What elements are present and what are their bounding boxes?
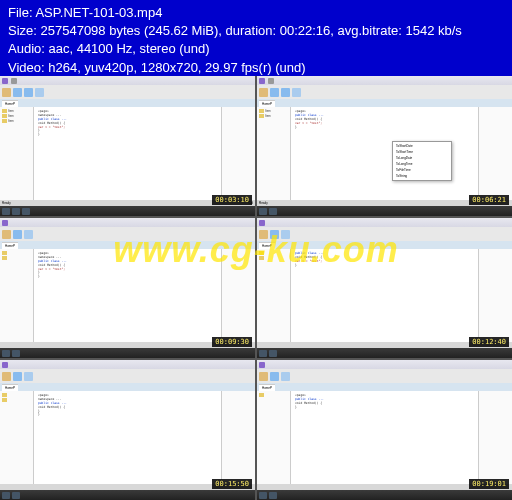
code-editor[interactable]: <page> namespace ... public class ... vo…: [34, 249, 221, 342]
windows-taskbar[interactable]: [257, 206, 512, 216]
start-button[interactable]: [2, 208, 10, 215]
editor-tabs: HomeP: [0, 241, 255, 249]
toolbar-icon[interactable]: [35, 88, 44, 97]
ide-body: Item Item <page> public class ... void M…: [257, 107, 512, 200]
start-button[interactable]: [259, 492, 267, 499]
video-thumbnail: HomeP <page> namespace ... public class …: [0, 218, 255, 358]
intellisense-menu[interactable]: ToShortDate ToShortTime ToLongDate ToLon…: [392, 141, 452, 181]
taskbar-app-icon[interactable]: [22, 208, 30, 215]
windows-taskbar[interactable]: [257, 490, 512, 500]
file-tab[interactable]: HomeP: [259, 100, 275, 107]
properties-panel[interactable]: [478, 107, 512, 200]
toolbar-icon[interactable]: [270, 88, 279, 97]
properties-panel[interactable]: [478, 391, 512, 484]
vs-logo-icon: [2, 362, 8, 368]
video-thumbnail: HomeP <page> namespace ... public class …: [0, 360, 255, 500]
solution-explorer[interactable]: [257, 249, 291, 342]
ide-titlebar: [0, 218, 255, 227]
toolbar-icon[interactable]: [2, 88, 11, 97]
toolbar-icon[interactable]: [259, 88, 268, 97]
editor-tabs: HomeP: [257, 241, 512, 249]
properties-panel[interactable]: [221, 107, 255, 200]
size-duration-line: Size: 257547098 bytes (245.62 MiB), dura…: [8, 22, 504, 40]
windows-taskbar[interactable]: [0, 206, 255, 216]
taskbar-app-icon[interactable]: [269, 208, 277, 215]
toolbar-icon[interactable]: [259, 372, 268, 381]
windows-taskbar[interactable]: [0, 348, 255, 358]
file-tab[interactable]: HomeP: [259, 242, 275, 249]
toolbar-icon[interactable]: [2, 230, 11, 239]
toolbar-icon[interactable]: [24, 372, 33, 381]
timestamp-overlay: 00:19:01: [469, 479, 509, 489]
editor-tabs: HomeP: [0, 99, 255, 107]
ide-toolbar: [257, 85, 512, 99]
taskbar-app-icon[interactable]: [12, 350, 20, 357]
properties-panel[interactable]: [221, 391, 255, 484]
ide-body: Item Item Item <page> namespace ... publ…: [0, 107, 255, 200]
toolbar-icon[interactable]: [281, 372, 290, 381]
solution-explorer[interactable]: [0, 391, 34, 484]
taskbar-app-icon[interactable]: [269, 350, 277, 357]
properties-panel[interactable]: [221, 249, 255, 342]
video-thumbnail: HomeP Item Item <page> public class ... …: [257, 76, 512, 216]
toolbar-icon[interactable]: [281, 88, 290, 97]
taskbar-app-icon[interactable]: [12, 492, 20, 499]
vs-logo-icon: [259, 362, 265, 368]
ide-toolbar: [0, 227, 255, 241]
file-name-line: File: ASP.NET-101-03.mp4: [8, 4, 504, 22]
file-tab[interactable]: HomeP: [2, 242, 18, 249]
toolbar-icon[interactable]: [259, 230, 268, 239]
file-tab[interactable]: HomeP: [2, 100, 18, 107]
solution-explorer[interactable]: [0, 249, 34, 342]
code-editor[interactable]: <page> namespace ... public class ... vo…: [34, 107, 221, 200]
start-button[interactable]: [259, 350, 267, 357]
toolbar-icon[interactable]: [281, 230, 290, 239]
editor-tabs: HomeP: [257, 99, 512, 107]
properties-panel[interactable]: [478, 249, 512, 342]
folder-icon: [259, 109, 264, 113]
file-tab[interactable]: HomeP: [2, 384, 18, 391]
code-editor[interactable]: <page> public class ... void Method() { …: [291, 391, 478, 484]
start-button[interactable]: [2, 492, 10, 499]
vs-logo-icon: [259, 220, 265, 226]
menu-icon: [11, 78, 17, 84]
taskbar-app-icon[interactable]: [12, 208, 20, 215]
menu-item[interactable]: ToString: [394, 173, 450, 179]
vs-logo-icon: [2, 78, 8, 84]
toolbar-icon[interactable]: [13, 230, 22, 239]
folder-icon: [2, 256, 7, 260]
folder-icon: [259, 256, 264, 260]
taskbar-app-icon[interactable]: [269, 492, 277, 499]
windows-taskbar[interactable]: [0, 490, 255, 500]
folder-icon: [2, 251, 7, 255]
ide-titlebar: [257, 360, 512, 369]
status-text: Ready: [2, 201, 11, 205]
code-editor[interactable]: <page> namespace ... public class ... vo…: [34, 391, 221, 484]
folder-icon: [259, 251, 264, 255]
folder-icon: [2, 398, 7, 402]
status-text: Ready: [259, 201, 268, 205]
toolbar-icon[interactable]: [270, 372, 279, 381]
toolbar-icon[interactable]: [24, 88, 33, 97]
video-info-line: Video: h264, yuv420p, 1280x720, 29.97 fp…: [8, 59, 504, 77]
start-button[interactable]: [2, 350, 10, 357]
ide-toolbar: [257, 227, 512, 241]
windows-taskbar[interactable]: [257, 348, 512, 358]
ide-toolbar: [0, 85, 255, 99]
solution-explorer[interactable]: Item Item Item: [0, 107, 34, 200]
toolbar-icon[interactable]: [270, 230, 279, 239]
solution-explorer[interactable]: Item Item: [257, 107, 291, 200]
video-thumbnail: HomeP Item Item Item <page> namespace ..…: [0, 76, 255, 216]
ide-titlebar: [257, 218, 512, 227]
toolbar-icon[interactable]: [13, 88, 22, 97]
toolbar-icon[interactable]: [2, 372, 11, 381]
ide-titlebar: [257, 76, 512, 85]
folder-icon: [2, 119, 7, 123]
toolbar-icon[interactable]: [24, 230, 33, 239]
toolbar-icon[interactable]: [13, 372, 22, 381]
solution-explorer[interactable]: [257, 391, 291, 484]
toolbar-icon[interactable]: [292, 88, 301, 97]
start-button[interactable]: [259, 208, 267, 215]
file-tab[interactable]: HomeP: [259, 384, 275, 391]
code-editor[interactable]: public class ... void Method() { var x =…: [291, 249, 478, 342]
